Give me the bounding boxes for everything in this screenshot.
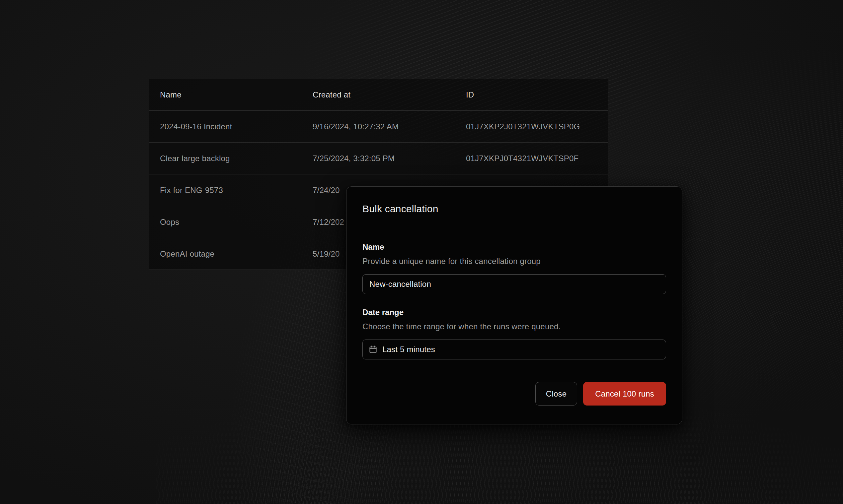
- cancel-runs-button[interactable]: Cancel 100 runs: [583, 382, 666, 406]
- calendar-icon: [369, 345, 377, 354]
- dialog-title: Bulk cancellation: [362, 203, 666, 215]
- page-background: Name Created at ID 2024-09-16 Incident 9…: [0, 0, 843, 504]
- date-range-select[interactable]: Last 5 minutes: [362, 340, 666, 359]
- cell-name: OpenAI outage: [149, 249, 302, 259]
- column-header-id: ID: [455, 90, 608, 100]
- cell-name: 2024-09-16 Incident: [149, 122, 302, 131]
- cell-name: Fix for ENG-9573: [149, 186, 302, 195]
- cell-created-at: 7/25/2024, 3:32:05 PM: [302, 154, 455, 163]
- close-button[interactable]: Close: [535, 382, 577, 406]
- bulk-cancellation-dialog: Bulk cancellation Name Provide a unique …: [346, 186, 682, 425]
- cell-created-at: 9/16/2024, 10:27:32 AM: [302, 122, 455, 131]
- name-input[interactable]: [362, 274, 666, 294]
- date-range-field-label: Date range: [362, 308, 666, 317]
- column-header-name: Name: [149, 90, 302, 100]
- cell-name: Clear large backlog: [149, 154, 302, 163]
- cell-id: 01J7XKP2J0T321WJVKTSP0G: [455, 122, 608, 131]
- cell-id: 01J7XKPJ0T4321WJVKTSP0F: [455, 154, 608, 163]
- table-row[interactable]: 2024-09-16 Incident 9/16/2024, 10:27:32 …: [149, 110, 608, 142]
- cell-name: Oops: [149, 217, 302, 227]
- name-field-description: Provide a unique name for this cancellat…: [362, 257, 666, 266]
- dialog-footer: Close Cancel 100 runs: [362, 382, 666, 406]
- name-field-label: Name: [362, 242, 666, 252]
- table-header-row: Name Created at ID: [149, 79, 608, 110]
- table-row[interactable]: Clear large backlog 7/25/2024, 3:32:05 P…: [149, 142, 608, 174]
- date-range-field-description: Choose the time range for when the runs …: [362, 322, 666, 331]
- column-header-created-at: Created at: [302, 90, 455, 100]
- date-range-value: Last 5 minutes: [382, 345, 435, 354]
